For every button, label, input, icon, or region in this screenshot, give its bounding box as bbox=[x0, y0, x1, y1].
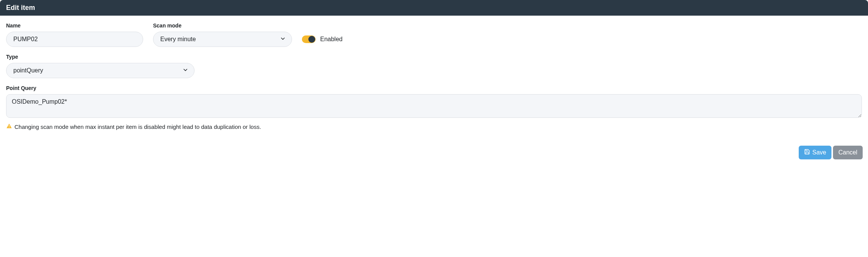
cancel-button[interactable]: Cancel bbox=[833, 146, 863, 159]
save-label: Save bbox=[812, 149, 826, 156]
scan-mode-label: Scan mode bbox=[153, 22, 292, 29]
row-name-scan: Name Scan mode Every minute E bbox=[6, 22, 862, 47]
modal-footer: Save Cancel bbox=[0, 146, 868, 163]
svg-rect-0 bbox=[9, 125, 9, 127]
enabled-toggle[interactable] bbox=[302, 35, 316, 43]
svg-rect-1 bbox=[9, 127, 9, 127]
warning-icon bbox=[6, 123, 12, 130]
edit-item-modal: Edit item Name Scan mode Every minute bbox=[0, 0, 868, 163]
field-scan-mode: Scan mode Every minute bbox=[153, 22, 292, 47]
name-label: Name bbox=[6, 22, 143, 29]
modal-title: Edit item bbox=[6, 4, 35, 11]
enabled-label: Enabled bbox=[320, 36, 343, 43]
field-point-query: Point Query bbox=[6, 85, 862, 118]
point-query-input[interactable] bbox=[6, 94, 862, 118]
save-button[interactable]: Save bbox=[799, 146, 831, 159]
cancel-label: Cancel bbox=[838, 149, 857, 156]
warning-text: Changing scan mode when max instant per … bbox=[14, 124, 261, 130]
warning-row: Changing scan mode when max instant per … bbox=[6, 123, 862, 130]
scan-mode-select-wrap: Every minute bbox=[153, 32, 292, 47]
type-value: pointQuery bbox=[13, 67, 43, 74]
toggle-knob bbox=[308, 36, 315, 43]
type-select[interactable]: pointQuery bbox=[6, 63, 195, 78]
type-select-wrap: pointQuery bbox=[6, 63, 195, 78]
name-input[interactable] bbox=[6, 32, 143, 47]
field-type: Type pointQuery bbox=[6, 54, 195, 78]
point-query-label: Point Query bbox=[6, 85, 862, 91]
scan-mode-value: Every minute bbox=[160, 36, 196, 43]
row-type: Type pointQuery bbox=[6, 54, 862, 78]
modal-header: Edit item bbox=[0, 0, 868, 16]
field-name: Name bbox=[6, 22, 143, 47]
modal-body: Name Scan mode Every minute E bbox=[0, 16, 868, 146]
enabled-toggle-row: Enabled bbox=[302, 32, 343, 47]
save-icon bbox=[804, 149, 810, 156]
scan-mode-select[interactable]: Every minute bbox=[153, 32, 292, 47]
type-label: Type bbox=[6, 54, 195, 60]
